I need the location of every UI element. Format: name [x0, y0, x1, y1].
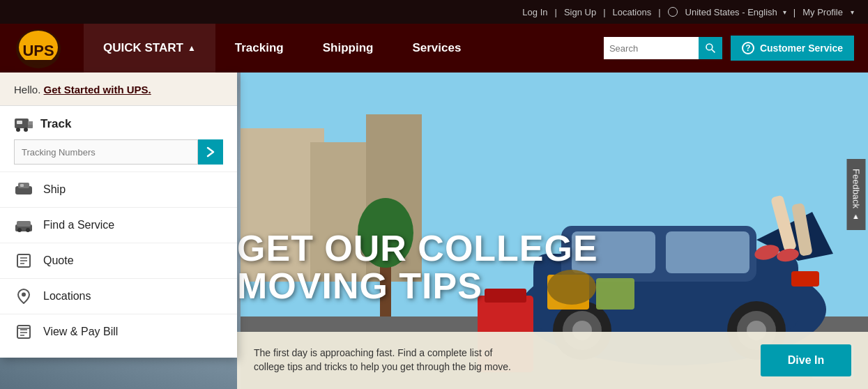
svg-text:UPS: UPS — [22, 42, 54, 59]
svg-rect-35 — [17, 121, 22, 124]
hero-title-line2: MOVING TIPS — [237, 267, 729, 305]
utility-bar: Log In | Sign Up | Locations | United St… — [0, 0, 868, 24]
svg-point-37 — [24, 128, 28, 132]
svg-rect-44 — [17, 221, 31, 227]
find-service-label: Find a Service — [43, 219, 114, 231]
profile-caret-icon: ▾ — [851, 8, 854, 16]
ups-logo[interactable]: UPS — [14, 26, 63, 70]
hero-text-block: GET OUR COLLEGE MOVING TIPS — [237, 229, 729, 305]
track-input-row — [14, 139, 223, 165]
svg-point-3 — [706, 44, 713, 50]
svg-rect-42 — [20, 184, 24, 187]
tracking-number-input[interactable] — [14, 139, 198, 165]
country-selector[interactable]: United States - English — [685, 7, 777, 17]
feedback-arrow-icon: ▲ — [853, 213, 860, 221]
svg-marker-39 — [28, 121, 33, 125]
divider-1: | — [555, 7, 557, 17]
divider-2: | — [603, 7, 605, 17]
find-service-menu-item[interactable]: Find a Service — [0, 208, 237, 243]
svg-rect-52 — [17, 326, 30, 338]
location-pin-icon — [14, 288, 33, 305]
locations-link[interactable]: Locations — [613, 7, 652, 17]
track-section: Track — [0, 106, 237, 172]
tracking-nav[interactable]: Tracking — [215, 24, 303, 73]
view-pay-bill-label: View & Pay Bill — [43, 326, 118, 338]
customer-service-button[interactable]: ? Customer Service — [731, 36, 854, 61]
feedback-label: Feedback — [851, 169, 862, 208]
dropdown-hello: Hello. Get Started with UPS. — [0, 73, 237, 106]
quick-start-caret-icon: ▲ — [188, 43, 196, 53]
bill-icon — [14, 323, 33, 340]
track-package-icon — [14, 116, 33, 132]
divider-3: | — [658, 7, 660, 17]
main-nav: UPS QUICK START ▲ Tracking Shipping Serv… — [0, 24, 868, 73]
hero-cta-bar: The first day is approaching fast. Find … — [237, 332, 868, 389]
quote-icon — [14, 252, 33, 269]
locations-menu-item[interactable]: Locations — [0, 279, 237, 314]
hero-subtitle: The first day is approaching fast. Find … — [254, 346, 519, 374]
svg-point-45 — [17, 228, 22, 232]
view-pay-bill-menu-item[interactable]: View & Pay Bill — [0, 314, 237, 349]
search-icon — [705, 43, 716, 54]
my-profile-link[interactable]: My Profile — [802, 7, 843, 17]
svg-rect-21 — [791, 271, 819, 287]
search-button[interactable] — [699, 37, 722, 59]
ship-label: Ship — [43, 183, 66, 196]
quick-start-dropdown: Hello. Get Started with UPS. Track — [0, 73, 237, 358]
quote-label: Quote — [43, 254, 74, 267]
shipping-nav[interactable]: Shipping — [303, 24, 393, 73]
arrow-right-icon — [205, 146, 216, 158]
find-service-icon — [14, 217, 33, 234]
svg-point-46 — [26, 228, 30, 232]
globe-icon — [668, 7, 678, 17]
country-caret-icon: ▾ — [783, 8, 786, 16]
quick-start-nav[interactable]: QUICK START ▲ — [84, 24, 215, 73]
dive-in-button[interactable]: Dive In — [761, 344, 851, 376]
quote-menu-item[interactable]: Quote — [0, 243, 237, 279]
search-box — [604, 37, 722, 59]
hero-title-line1: GET OUR COLLEGE — [237, 229, 729, 268]
track-submit-button[interactable] — [198, 139, 223, 165]
nav-right: ? Customer Service — [604, 36, 854, 61]
quick-start-label: QUICK START — [103, 41, 183, 55]
feedback-tab[interactable]: Feedback ▲ — [847, 159, 866, 230]
nav-links: QUICK START ▲ Tracking Shipping Services — [84, 24, 604, 73]
svg-point-51 — [22, 293, 26, 297]
signup-link[interactable]: Sign Up — [564, 7, 596, 17]
divider-4: | — [793, 7, 795, 17]
services-nav[interactable]: Services — [393, 24, 480, 73]
track-header: Track — [14, 116, 223, 132]
login-link[interactable]: Log In — [522, 7, 547, 17]
get-started-link[interactable]: Get Started with UPS. — [44, 84, 151, 96]
svg-point-36 — [16, 128, 20, 132]
hero-title: GET OUR COLLEGE MOVING TIPS — [237, 229, 729, 305]
hello-text: Hello. — [14, 84, 40, 96]
question-mark-icon: ? — [742, 42, 754, 54]
track-label: Track — [40, 117, 71, 131]
ship-menu-item[interactable]: Ship — [0, 172, 237, 208]
customer-service-label: Customer Service — [760, 43, 843, 54]
svg-line-4 — [712, 49, 715, 52]
ship-icon — [14, 181, 33, 198]
search-input[interactable] — [604, 37, 699, 59]
locations-label: Locations — [43, 290, 91, 303]
